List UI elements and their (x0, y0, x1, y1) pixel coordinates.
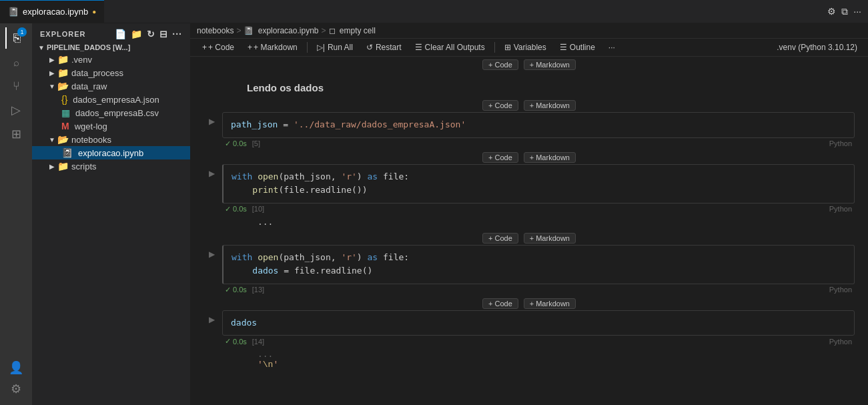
cell-14-body-wrap: dados ✓ 0.0s [14] Python (222, 310, 855, 348)
top-add-md-btn[interactable]: + Markdown (524, 59, 576, 70)
restart-icon: ↺ (366, 43, 373, 52)
clear-icon: ☰ (415, 43, 422, 52)
accounts-icon: 👤 (9, 360, 23, 375)
add-code-btn-1[interactable]: + Code (482, 100, 518, 111)
cell-5-body[interactable]: path_json = '../data_raw/dados_empresaA.… (222, 112, 855, 138)
restart-button[interactable]: ↺ Restart (361, 41, 407, 53)
new-file-icon[interactable]: 📄 (115, 29, 127, 39)
root-arrow: ▼ (36, 44, 47, 51)
cell-5-run-btn[interactable]: ▶ (203, 113, 220, 129)
folder-icon2: 📁 (57, 67, 69, 78)
cell-10-code-line2: print(file.readline()) (232, 185, 368, 195)
plus-code-icon: + (202, 43, 207, 52)
outline-button[interactable]: ☰ Outline (554, 41, 600, 53)
add-code-btn-2[interactable]: + Code (482, 152, 518, 163)
data-process-label: data_process (71, 68, 123, 78)
activity-settings[interactable]: ⚙ (5, 378, 27, 400)
variables-button[interactable]: ⊞ Variables (499, 41, 552, 53)
cell-13-footer: ✓ 0.0s [13] Python (222, 284, 855, 296)
notebook-file-icon: 📓 (61, 147, 73, 158)
tree-item-wget[interactable]: M wget-log (32, 119, 190, 133)
top-add-bar: + Code + Markdown (190, 58, 868, 71)
explorer-header: EXPLORER 📄 📁 ↻ ⊟ ··· (32, 23, 190, 42)
activity-search[interactable]: ⌕ (5, 51, 27, 73)
tree-item-venv[interactable]: ▶ 📁 .venv (32, 53, 190, 66)
add-code-btn-4[interactable]: + Code (482, 298, 518, 309)
cell-5-time: 0.0s (233, 139, 247, 147)
plus-3-code: + (488, 234, 492, 242)
clear-outputs-button[interactable]: ☰ Clear All Outputs (410, 41, 490, 53)
data-process-arrow: ▶ (47, 69, 57, 77)
csv-icon: ▦ (61, 107, 70, 118)
cell-5-footer: ✓ 0.0s [5] Python (222, 138, 855, 149)
new-folder-icon[interactable]: 📁 (131, 29, 143, 39)
run-all-button[interactable]: ▷| Run All (312, 41, 358, 53)
cell-14-body[interactable]: dados (222, 310, 855, 336)
folder-open-icon2: 📂 (57, 134, 69, 145)
add-md-btn-2[interactable]: + Markdown (524, 152, 576, 163)
cell-14-time: 0.0s (233, 338, 247, 346)
collapse-icon[interactable]: ⊟ (159, 29, 168, 39)
add-code-btn-3[interactable]: + Code (482, 233, 518, 244)
folder-open-icon: 📂 (57, 81, 69, 91)
search-icon: ⌕ (13, 57, 19, 68)
activity-files[interactable]: ⎘ 1 (5, 27, 27, 49)
tab-exploracao[interactable]: 📓 exploracao.ipynb ● (0, 0, 104, 23)
activity-run-debug[interactable]: ▷ (5, 99, 27, 121)
add-md-btn-1[interactable]: + Markdown (524, 100, 576, 111)
folder-icon: 📁 (57, 54, 69, 65)
tree-root[interactable]: ▼ PIPELINE_DADOS [W...] (32, 42, 190, 53)
toolbar-more-button[interactable]: ··· (603, 41, 620, 53)
plus-3-md: + (530, 234, 534, 242)
cell-14-output-value: '\n' (258, 360, 278, 370)
add-md-btn-4[interactable]: + Markdown (524, 298, 576, 309)
settings-icon[interactable]: ⚙ (827, 6, 836, 17)
plus-md-icon: + (248, 43, 252, 52)
tree-item-data-raw[interactable]: ▼ 📂 data_raw (32, 79, 190, 93)
wget-label: wget-log (75, 121, 107, 131)
add-bar-3: + Code + Markdown (190, 233, 868, 244)
tree-item-exploracao[interactable]: 📓 exploracao.ipynb (32, 146, 190, 159)
plus-4-md: + (530, 300, 534, 308)
tree-item-data-process[interactable]: ▶ 📁 data_process (32, 66, 190, 79)
breadcrumb-notebooks[interactable]: notebooks (197, 26, 234, 35)
toolbar-right: .venv (Python 3.10.12) (773, 42, 861, 53)
sidebar-more-icon[interactable]: ··· (172, 29, 182, 39)
breadcrumb-sep2: > (321, 26, 326, 35)
cell-10-body-wrap: with open(path_json, 'r') as file: print… (222, 164, 855, 215)
activity-accounts[interactable]: 👤 (5, 357, 27, 378)
cell-13-body[interactable]: with open(path_json, 'r') as file: dados… (222, 245, 855, 284)
cell-10-check: ✓ (225, 205, 231, 214)
cell-10-run-btn[interactable]: ▶ (203, 165, 220, 181)
toolbar-more-icon: ··· (608, 43, 615, 52)
notebook-icon: 📓 (8, 7, 19, 17)
run-all-icon: ▷| (317, 43, 325, 52)
add-md-btn-3[interactable]: + Markdown (524, 233, 576, 244)
file-tree: ▼ PIPELINE_DADOS [W...] ▶ 📁 .venv ▶ 📁 da… (32, 42, 190, 173)
breadcrumb-filename[interactable]: 📓 exploracao.ipynb (244, 26, 318, 35)
cell-14-run-btn[interactable]: ▶ (203, 312, 220, 328)
cell-10-body[interactable]: with open(path_json, 'r') as file: print… (222, 164, 855, 204)
tree-item-dados-a[interactable]: {} dados_empresaA.json (32, 93, 190, 106)
activity-extensions[interactable]: ⊞ (5, 123, 27, 145)
venv-label: .venv (71, 55, 92, 65)
cell-14-lang: Python (829, 338, 852, 346)
breadcrumb-cell[interactable]: ◻ empty cell (329, 26, 376, 35)
add-code-button[interactable]: + + Code (197, 41, 240, 53)
tree-item-dados-b[interactable]: ▦ dados_empresaB.csv (32, 106, 190, 119)
refresh-icon[interactable]: ↻ (147, 29, 155, 39)
tree-item-scripts[interactable]: ▶ 📁 scripts (32, 159, 190, 173)
tree-item-notebooks[interactable]: ▼ 📂 notebooks (32, 133, 190, 146)
activity-source-control[interactable]: ⑂ (5, 75, 27, 97)
top-add-code-btn[interactable]: + Code (482, 59, 518, 70)
add-bar-2: + Code + Markdown (190, 152, 868, 163)
cell-10-output-text: ... (258, 218, 273, 228)
activity-bar: ⎘ 1 ⌕ ⑂ ▷ ⊞ 👤 (0, 23, 32, 405)
cell-14-header: ▶ dados ✓ 0.0s [14] Python (203, 310, 855, 348)
cell-13-run-btn[interactable]: ▶ (203, 246, 220, 262)
more-actions-icon[interactable]: ··· (853, 6, 861, 17)
split-editor-icon[interactable]: ⧉ (841, 6, 848, 17)
add-markdown-button[interactable]: + + Markdown (242, 41, 303, 53)
kernel-label[interactable]: .venv (Python 3.10.12) (773, 42, 861, 53)
cell-14-number: [14] (252, 338, 264, 346)
